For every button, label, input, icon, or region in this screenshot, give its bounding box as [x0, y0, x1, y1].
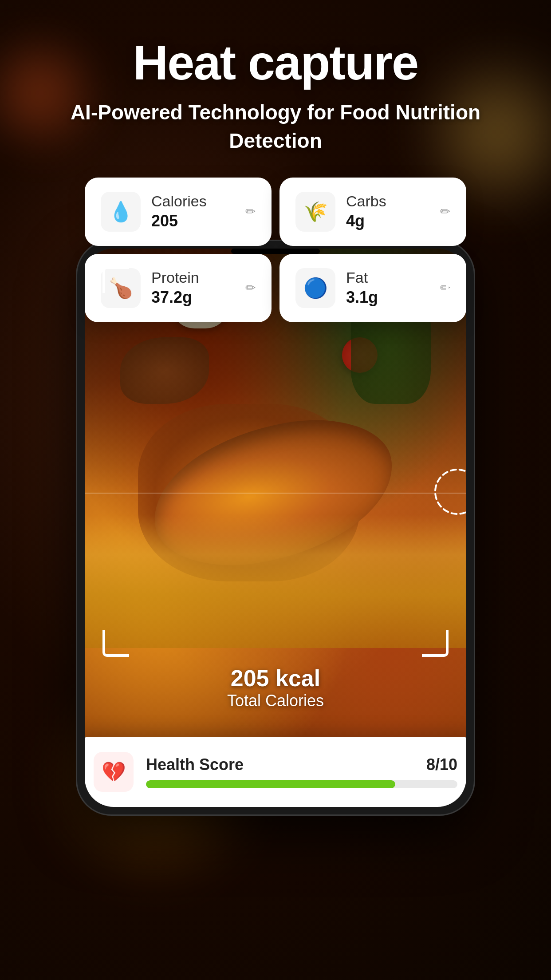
calories-value: 205	[151, 212, 235, 230]
svg-point-0	[435, 470, 466, 514]
phone-mockup: 205 kcal Total Calories 💔 Health Score 8…	[76, 240, 475, 816]
health-bar-background	[146, 780, 457, 788]
calories-edit-icon[interactable]: ✏	[245, 204, 256, 219]
page-content: Heat capture AI-Powered Technology for F…	[0, 0, 551, 980]
health-icon-bg: 💔	[94, 752, 134, 792]
carbs-card: 🌾 Carbs 4g ✏	[279, 178, 466, 246]
calories-card: 💧 Calories 205 ✏	[85, 178, 272, 246]
carbs-icon-bg: 🌾	[295, 192, 335, 232]
phone-wrapper: 💧 Calories 205 ✏ 🌾 Carbs 4g ✏	[76, 240, 475, 816]
carbs-value: 4g	[346, 212, 429, 230]
app-subtitle: AI-Powered Technology for Food Nutrition…	[35, 98, 516, 155]
scan-corner-bl	[102, 630, 129, 657]
header: Heat capture AI-Powered Technology for F…	[0, 36, 551, 155]
health-label-row: Health Score 8/10	[146, 755, 457, 774]
calories-text: Calories 205	[151, 193, 235, 230]
health-score-label: Health Score	[146, 755, 244, 774]
phone-notch	[231, 249, 320, 254]
calories-icon: 💧	[109, 200, 133, 223]
calories-icon-bg: 💧	[101, 192, 141, 232]
app-title: Heat capture	[35, 36, 516, 89]
health-bar-fill	[146, 780, 395, 788]
scan-corners	[85, 249, 466, 737]
kcal-label: 205 kcal Total Calories	[227, 665, 324, 710]
carbs-label: Carbs	[346, 193, 429, 210]
kcal-value: 205 kcal	[227, 665, 324, 692]
food-image-area: 205 kcal Total Calories	[85, 249, 466, 737]
calories-label: Calories	[151, 193, 235, 210]
scan-corner-tr	[422, 266, 449, 293]
health-score-number: 8/10	[426, 755, 457, 774]
kcal-sub: Total Calories	[227, 692, 324, 710]
health-score-card: 💔 Health Score 8/10	[85, 737, 466, 807]
dashed-arc	[431, 465, 466, 520]
scan-corner-tl	[102, 266, 129, 293]
carbs-edit-icon[interactable]: ✏	[440, 204, 450, 219]
carbs-text: Carbs 4g	[346, 193, 429, 230]
scan-corner-br	[422, 630, 449, 657]
carbs-icon: 🌾	[303, 200, 328, 223]
health-icon: 💔	[102, 760, 126, 783]
phone-inner: 205 kcal Total Calories 💔 Health Score 8…	[85, 249, 466, 807]
health-text: Health Score 8/10	[146, 755, 457, 788]
